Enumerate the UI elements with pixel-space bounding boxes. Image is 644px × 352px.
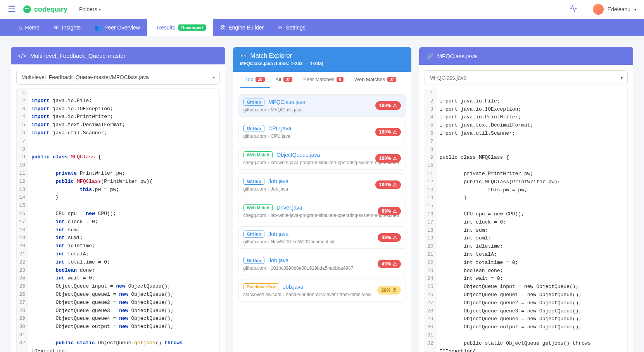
middle-panel-title: Match Explorer — [250, 52, 292, 59]
code-line-wrap: IOException{ — [425, 348, 628, 352]
line-number: 13 — [17, 186, 28, 194]
warning-icon: ⚠ — [393, 182, 397, 187]
line-number: 7 — [17, 137, 28, 146]
line-number: 6 — [425, 130, 437, 138]
code-line: 11 private PrintWriter pw; — [425, 170, 628, 178]
match-item[interactable]: GitHub Job.java github.com ›New%20Text%2… — [238, 226, 406, 249]
source-badge: Web Match — [243, 151, 273, 158]
nav-item-peer-overview[interactable]: 👥Peer Overview — [88, 19, 147, 36]
code-line: 27 ObjectQueue queue2 = new ObjectQueue(… — [17, 299, 219, 307]
warning-icon: ⚠ — [393, 103, 397, 108]
left-code-view[interactable]: 12import java.io.File;3import java.io.IO… — [16, 88, 220, 352]
line-number: 8 — [17, 146, 28, 154]
line-number: 12 — [425, 178, 437, 186]
source-badge: GitHub — [243, 257, 265, 264]
folders-dropdown[interactable]: Folders ▾ — [79, 6, 101, 12]
nav-item-home[interactable]: ⌂Home — [12, 19, 47, 36]
code-line: 23 boolean done; — [425, 267, 628, 275]
code-line: 9public class MFQClass { — [17, 153, 219, 161]
user-menu[interactable]: Edeleanu ▾ — [593, 4, 636, 15]
left-panel: </> Multi-level_Feedback_Queue-master Mu… — [11, 47, 225, 352]
warning-icon: ⚠ — [393, 156, 397, 161]
match-item[interactable]: GitHub CPU.java github.com ›CPU.java 100… — [238, 121, 406, 143]
line-number: 26 — [17, 291, 28, 299]
score-badge: 100% ⚠ — [375, 180, 401, 189]
line-number: 21 — [425, 251, 437, 259]
tab-web-matches[interactable]: Web Matches37 — [349, 72, 402, 88]
nav-item-settings[interactable]: ⚙Settings — [271, 19, 313, 36]
line-number: 10 — [425, 162, 437, 170]
code-line: 22 int totaltime = 0; — [17, 258, 219, 267]
chevron-down-icon: ▾ — [634, 7, 636, 12]
tab-count-badge: 37 — [387, 77, 396, 82]
line-number: 27 — [17, 299, 28, 307]
code-line: 25 ObjectQueue input = new ObjectQueue()… — [425, 283, 628, 291]
code-line: 26 ObjectQueue queue1 = new ObjectQueue(… — [17, 291, 219, 299]
code-line: 21 int totalA; — [425, 251, 628, 259]
nav-item-insights[interactable]: 👁Insights — [47, 19, 88, 36]
code-line: 18 int sum; — [17, 226, 219, 234]
line-number: 24 — [17, 274, 28, 283]
code-line: 24 int wait = 0; — [17, 274, 219, 283]
line-number: 25 — [425, 283, 437, 291]
score-badge: 100% ⚠ — [375, 154, 401, 163]
line-number: 9 — [17, 153, 28, 161]
match-path: chegg.com ›lab-write-java-program-simula… — [243, 213, 401, 218]
code-line: 29 ObjectQueue queue4 = new ObjectQueue(… — [17, 315, 219, 323]
right-file-select[interactable]: MFQClass.java ▾ — [425, 70, 628, 85]
chevron-down-icon: ▾ — [213, 75, 215, 80]
match-title: CPU.java — [268, 125, 291, 132]
match-title: Job.java — [268, 257, 288, 264]
code-line: 26 ObjectQueue queue1 = new ObjectQueue(… — [425, 291, 628, 299]
code-line: 3import java.io.IOException; — [17, 105, 219, 113]
home-icon: ⌂ — [19, 24, 22, 31]
code-line: 32 public static ObjectQueue getjobs() t… — [17, 339, 219, 347]
svg-point-1 — [25, 8, 27, 9]
nav-item-results[interactable]: ResultsRevamped — [147, 19, 213, 36]
line-number: 1 — [425, 89, 437, 97]
match-title: Job.java — [283, 284, 303, 290]
logo[interactable]: codequiry — [22, 5, 67, 14]
match-title: Driver.java — [276, 205, 302, 211]
match-item[interactable]: Web Match ObjectQueue.java chegg.com ›la… — [238, 147, 406, 170]
code-line: 8 — [17, 146, 219, 154]
match-title: Job.java — [268, 178, 288, 184]
score-badge: 28% ⏱ — [377, 286, 401, 295]
tab-all[interactable]: All37 — [270, 72, 298, 88]
left-file-select[interactable]: Multi-level_Feedback_Queue-master/MFQCla… — [16, 70, 220, 85]
code-line: 10 — [425, 162, 628, 170]
match-item[interactable]: Stackoverflow Job.java stackoverflow.com… — [238, 279, 406, 302]
code-line: 5import java.text.DecimalFormat; — [17, 121, 219, 129]
code-line: 31 — [17, 331, 219, 339]
right-panel: 🔗 MFQClass.java MFQClass.java ▾ 12import… — [419, 47, 634, 352]
code-line: 13 this.pw = pw; — [425, 186, 628, 194]
line-number: 10 — [17, 161, 28, 170]
warning-icon: ⚠ — [393, 235, 397, 240]
source-badge: GitHub — [243, 125, 265, 132]
line-number: 22 — [17, 258, 28, 267]
tab-top[interactable]: Top10 — [240, 72, 270, 88]
code-line: 6import java.util.Scanner; — [425, 130, 628, 138]
nav-item-engine-builder[interactable]: 🛠Engine Builder — [213, 19, 271, 36]
code-line: 20 int idletime; — [425, 243, 628, 251]
svg-point-0 — [23, 5, 31, 13]
match-item[interactable]: GitHub Job.java github.com ›101bc8998b0e… — [238, 253, 406, 275]
middle-panel: 👓 Match Explorer MFQClass.java (Lines: 1… — [233, 47, 411, 352]
tab-peer-matches[interactable]: Peer Matches0 — [298, 72, 349, 88]
line-number: 8 — [425, 146, 437, 154]
line-number: 18 — [17, 226, 28, 234]
match-list[interactable]: GitHub MFQClass.java github.com ›MFQClas… — [233, 88, 411, 352]
line-number: 21 — [17, 250, 28, 258]
code-line: 2import java.io.File; — [425, 97, 628, 106]
match-item[interactable]: Web Match Driver.java chegg.com ›lab-wri… — [238, 200, 406, 222]
line-number: 19 — [17, 234, 28, 242]
hamburger-icon[interactable]: ☰ — [8, 4, 16, 14]
activity-icon[interactable] — [570, 5, 577, 14]
line-number: 29 — [17, 315, 28, 323]
logo-icon — [22, 5, 32, 14]
match-item[interactable]: GitHub MFQClass.java github.com ›MFQClas… — [238, 94, 406, 117]
right-code-view[interactable]: 12import java.io.File;3import java.io.IO… — [425, 89, 628, 352]
score-badge: 49% ⚠ — [378, 233, 401, 242]
match-item[interactable]: GitHub Job.java github.com ›Job.java 100… — [238, 173, 406, 196]
left-panel-title: Multi-level_Feedback_Queue-master — [30, 52, 126, 59]
